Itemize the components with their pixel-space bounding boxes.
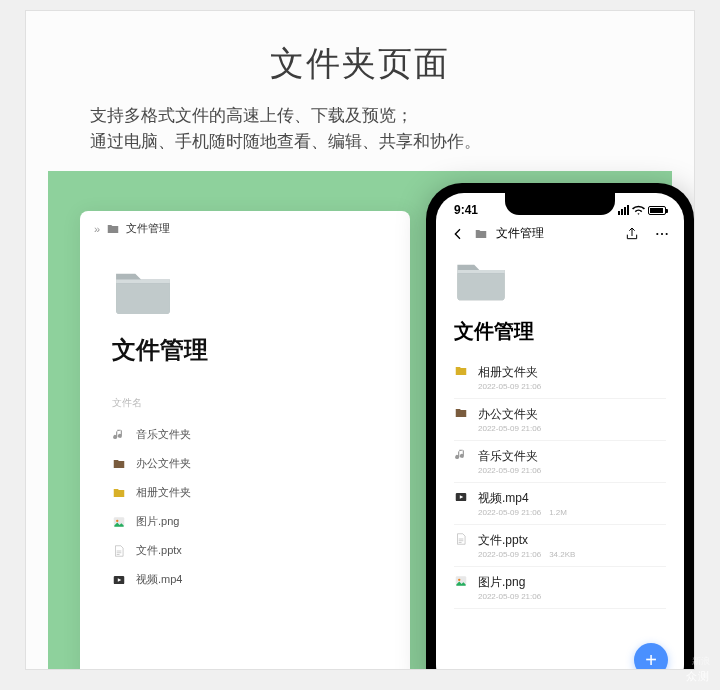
file-meta: 2022-05-09 21:06 (478, 466, 541, 475)
file-meta: 2022-05-09 21:0634.2KB (478, 550, 575, 559)
page-title: 文件夹页面 (26, 41, 694, 87)
phone-file-list: 相册文件夹2022-05-09 21:06办公文件夹2022-05-09 21:… (436, 357, 684, 609)
phone-heading: 文件管理 (436, 308, 684, 357)
file-name: 图片.png (478, 574, 541, 591)
list-item[interactable]: 视频.mp4 (112, 565, 378, 594)
page-subtitle: 支持多格式文件的高速上传、下载及预览； 通过电脑、手机随时随地查看、编辑、共享和… (90, 103, 481, 156)
breadcrumb-label: 文件管理 (126, 221, 170, 236)
watermark-brand: 众测 (686, 669, 710, 684)
phone-frame: 9:41 文件管理 (426, 183, 694, 670)
list-item[interactable]: 音乐文件夹 (112, 420, 378, 449)
more-icon[interactable] (654, 226, 670, 242)
file-meta: 2022-05-09 21:061.2M (478, 508, 567, 517)
folder-icon (474, 227, 488, 241)
file-name: 图片.png (136, 514, 179, 529)
file-name: 视频.mp4 (478, 490, 567, 507)
folder-hero-icon (112, 266, 174, 316)
folder-icon (454, 406, 468, 420)
desktop-heading: 文件管理 (80, 334, 410, 390)
phone-notch (505, 193, 615, 215)
desktop-breadcrumb[interactable]: » 文件管理 (80, 211, 410, 246)
svg-point-8 (458, 579, 460, 581)
list-item[interactable]: 文件.pptx (112, 536, 378, 565)
list-item[interactable]: 音乐文件夹2022-05-09 21:06 (454, 441, 666, 483)
folder-y-icon (112, 486, 126, 500)
note-icon (112, 428, 126, 442)
file-name: 音乐文件夹 (478, 448, 541, 465)
add-button[interactable]: + (634, 643, 668, 670)
svg-point-3 (656, 232, 658, 234)
folder-hero-icon (454, 258, 508, 302)
file-name: 视频.mp4 (136, 572, 182, 587)
file-name: 相册文件夹 (136, 485, 191, 500)
list-item[interactable]: 图片.png (112, 507, 378, 536)
mp4-icon (454, 490, 468, 504)
note-icon (454, 448, 468, 462)
share-icon[interactable] (624, 226, 640, 242)
png-icon (112, 515, 126, 529)
pptx-icon (112, 544, 126, 558)
png-icon (454, 574, 468, 588)
pptx-icon (454, 532, 468, 546)
list-item[interactable]: 视频.mp42022-05-09 21:061.2M (454, 483, 666, 525)
list-item[interactable]: 相册文件夹2022-05-09 21:06 (454, 357, 666, 399)
file-name: 办公文件夹 (478, 406, 541, 423)
file-meta: 2022-05-09 21:06 (478, 592, 541, 601)
folder-icon (106, 222, 120, 236)
back-icon[interactable] (450, 226, 466, 242)
phone-breadcrumb-label: 文件管理 (496, 225, 544, 242)
list-item[interactable]: 文件.pptx2022-05-09 21:0634.2KB (454, 525, 666, 567)
desktop-file-list: 音乐文件夹办公文件夹相册文件夹图片.png文件.pptx视频.mp4 (80, 420, 410, 594)
list-item[interactable]: 办公文件夹2022-05-09 21:06 (454, 399, 666, 441)
expand-icon[interactable]: » (94, 223, 100, 235)
svg-point-4 (661, 232, 663, 234)
wifi-icon (632, 204, 645, 217)
status-time: 9:41 (454, 203, 478, 217)
desktop-window: » 文件管理 文件管理 文件名 音乐文件夹办公文件夹相册文件夹图片.png文件.… (80, 211, 410, 670)
svg-point-1 (116, 519, 118, 521)
file-name: 办公文件夹 (136, 456, 191, 471)
column-header-name[interactable]: 文件名 (80, 390, 410, 420)
battery-icon (648, 206, 666, 215)
mp4-icon (112, 573, 126, 587)
file-name: 文件.pptx (478, 532, 575, 549)
folder-icon (112, 457, 126, 471)
list-item[interactable]: 相册文件夹 (112, 478, 378, 507)
svg-point-5 (666, 232, 668, 234)
file-name: 相册文件夹 (478, 364, 541, 381)
file-name: 音乐文件夹 (136, 427, 191, 442)
signal-icon (618, 205, 629, 215)
folder-y-icon (454, 364, 468, 378)
watermark-sub: 新浪 (692, 655, 710, 668)
file-meta: 2022-05-09 21:06 (478, 382, 541, 391)
file-name: 文件.pptx (136, 543, 182, 558)
list-item[interactable]: 图片.png2022-05-09 21:06 (454, 567, 666, 609)
list-item[interactable]: 办公文件夹 (112, 449, 378, 478)
file-meta: 2022-05-09 21:06 (478, 424, 541, 433)
phone-screen: 9:41 文件管理 (436, 193, 684, 670)
